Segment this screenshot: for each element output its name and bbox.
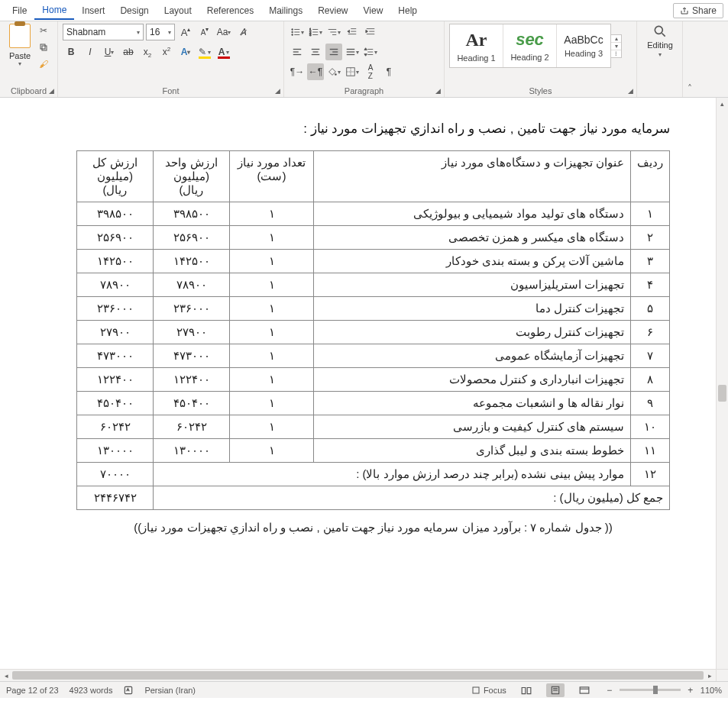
share-button[interactable]: Share xyxy=(673,3,723,18)
font-color-button[interactable]: A▾ xyxy=(215,44,232,60)
style-label: Heading 3 xyxy=(565,49,603,58)
tab-help[interactable]: Help xyxy=(390,2,425,19)
cell-qty: ۱ xyxy=(230,368,314,392)
format-painter-button[interactable]: 🖌 xyxy=(37,57,50,71)
status-bar: Page 12 of 23 4923 words Persian (Iran) … xyxy=(0,681,728,698)
zoom-in-button[interactable]: + xyxy=(685,685,696,696)
shading-button[interactable]: ▾ xyxy=(325,63,342,80)
tab-file[interactable]: File xyxy=(5,2,34,19)
copy-button[interactable] xyxy=(37,40,50,54)
cell-unit: ۶۰۲۴۲ xyxy=(154,415,230,439)
tab-layout[interactable]: Layout xyxy=(157,2,199,19)
word-count[interactable]: 4923 words xyxy=(70,686,113,695)
tab-references[interactable]: References xyxy=(199,2,261,19)
editing-button[interactable]: Editing ▾ xyxy=(642,24,678,58)
chevron-down-icon: ▾ xyxy=(18,60,21,67)
line-spacing-button[interactable]: ▾ xyxy=(362,44,379,60)
scroll-left-button[interactable]: ◂ xyxy=(0,670,12,681)
print-layout-button[interactable] xyxy=(546,683,565,697)
strikethrough-button[interactable]: ab xyxy=(120,44,137,60)
bullets-button[interactable]: ▾ xyxy=(289,24,306,40)
style-heading1[interactable]: Ar Heading 1 xyxy=(450,24,503,67)
tab-home[interactable]: Home xyxy=(34,2,74,20)
multilevel-list-button[interactable]: ▾ xyxy=(325,24,342,40)
sort-button[interactable]: AZ xyxy=(362,63,379,80)
grow-font-button[interactable]: A▴ xyxy=(177,24,194,40)
chevron-down-icon: ▾ xyxy=(319,29,322,36)
chevron-down-icon: ▾ xyxy=(338,29,341,36)
style-label: Heading 1 xyxy=(457,53,495,63)
editing-label: Editing xyxy=(647,40,673,50)
decrease-indent-button[interactable] xyxy=(344,24,361,40)
styles-more-button[interactable]: ⁞ xyxy=(611,50,621,57)
svg-point-2 xyxy=(292,29,293,31)
borders-button[interactable]: ▾ xyxy=(344,63,361,80)
align-center-icon xyxy=(310,47,321,57)
collapse-ribbon-button[interactable]: ˄ xyxy=(683,21,697,97)
h-scroll-thumb[interactable] xyxy=(12,671,704,680)
styles-scroller: ▴ ▾ ⁞ xyxy=(611,34,622,58)
align-right-icon xyxy=(328,47,339,57)
chevron-down-icon: ▾ xyxy=(137,29,140,36)
paste-label: Paste xyxy=(9,51,31,60)
svg-marker-41 xyxy=(364,54,367,57)
shrink-font-button[interactable]: A▾ xyxy=(196,24,213,40)
web-layout-button[interactable] xyxy=(575,683,594,697)
tab-review[interactable]: Review xyxy=(310,2,355,19)
subscript-button[interactable]: x2 xyxy=(139,44,156,60)
highlight-button[interactable]: ✎▾ xyxy=(196,44,213,60)
paste-button[interactable]: Paste ▾ xyxy=(5,24,35,67)
numbering-button[interactable]: 123▾ xyxy=(307,24,324,40)
ltr-button[interactable]: ¶→ xyxy=(289,63,306,80)
tab-design[interactable]: Design xyxy=(112,2,156,19)
group-editing: Editing ▾ xyxy=(637,21,683,97)
clipboard-launcher[interactable]: ◢ xyxy=(47,86,56,95)
align-right-button[interactable] xyxy=(325,44,342,60)
italic-button[interactable]: I xyxy=(82,44,99,60)
clear-formatting-button[interactable]: A̷ xyxy=(235,24,251,40)
group-styles: Ar Heading 1 sec Heading 2 AaBbCc Headin… xyxy=(445,21,637,97)
change-case-button[interactable]: Aa▾ xyxy=(215,24,232,40)
spelling-icon[interactable] xyxy=(123,685,134,696)
bold-button[interactable]: B xyxy=(63,44,79,60)
text-effects-button[interactable]: A▾ xyxy=(177,44,194,60)
page-indicator[interactable]: Page 12 of 23 xyxy=(6,686,59,695)
align-center-button[interactable] xyxy=(307,44,324,60)
cell-sum-total: ۲۴۴۶۷۴۲ xyxy=(77,486,154,510)
tab-insert[interactable]: Insert xyxy=(74,2,112,19)
justify-button[interactable]: ▾ xyxy=(344,44,361,60)
tab-mailings[interactable]: Mailings xyxy=(261,2,310,19)
align-left-button[interactable] xyxy=(289,44,306,60)
focus-mode-button[interactable]: Focus xyxy=(471,686,506,695)
show-marks-button[interactable]: ¶ xyxy=(380,63,397,80)
h-scroll-track[interactable] xyxy=(12,670,704,681)
paragraph-launcher[interactable]: ◢ xyxy=(433,86,442,95)
styles-up-button[interactable]: ▴ xyxy=(611,35,621,43)
read-mode-button[interactable] xyxy=(517,683,535,697)
style-heading2[interactable]: sec Heading 2 xyxy=(503,24,557,67)
font-launcher[interactable]: ◢ xyxy=(273,86,282,95)
superscript-button[interactable]: x2 xyxy=(158,44,175,60)
scroll-up-button[interactable]: ▴ xyxy=(717,98,728,110)
font-size-combo[interactable]: 16▾ xyxy=(146,24,175,40)
zoom-thumb[interactable] xyxy=(653,686,658,694)
font-name-combo[interactable]: Shabnam▾ xyxy=(63,24,144,40)
page-canvas[interactable]: سرمایه مورد نیاز جهت تامین , نصب و راه ا… xyxy=(0,98,716,669)
underline-button[interactable]: U▾ xyxy=(101,44,118,60)
rtl-button[interactable]: ←¶ xyxy=(307,63,324,80)
styles-launcher[interactable]: ◢ xyxy=(626,86,635,95)
zoom-value[interactable]: 110% xyxy=(700,686,722,695)
zoom-slider[interactable] xyxy=(620,689,681,691)
cell-unit: ۲۳۶۰۰۰ xyxy=(154,297,230,321)
style-heading3[interactable]: AaBbCc Heading 3 xyxy=(557,24,610,67)
zoom-out-button[interactable]: − xyxy=(604,685,615,696)
scroll-thumb[interactable] xyxy=(718,385,726,402)
table-row: ۹نوار نقاله ها و انشعبات مجموعه۱۴۵۰۴۰۰۴۵… xyxy=(77,392,670,415)
tab-view[interactable]: View xyxy=(356,2,391,19)
scroll-track[interactable] xyxy=(717,110,728,669)
styles-down-button[interactable]: ▾ xyxy=(611,43,621,50)
cut-button[interactable]: ✂ xyxy=(37,24,50,37)
scroll-right-button[interactable]: ▸ xyxy=(704,670,716,681)
language-indicator[interactable]: Persian (Iran) xyxy=(144,686,196,695)
increase-indent-button[interactable] xyxy=(362,24,379,40)
